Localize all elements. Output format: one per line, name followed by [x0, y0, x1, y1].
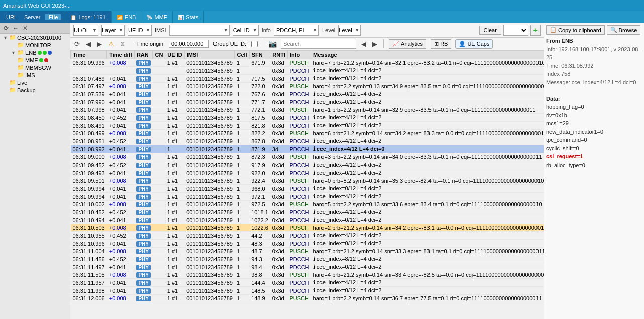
- uldl-filter[interactable]: UL/DLULDL ▼: [73, 25, 98, 36]
- browse-button[interactable]: 🔍 Browse: [607, 25, 641, 35]
- sidebar-row-cbc[interactable]: ▼📁CBC-2023010100: [2, 34, 70, 41]
- sidebar-row-ims[interactable]: 📁IMS: [10, 71, 70, 79]
- table-row[interactable]: 06:31:09.994+0.041PHY1 #1001010123456789…: [71, 185, 544, 193]
- back-button[interactable]: ◀: [85, 40, 92, 48]
- sidebar-row-live[interactable]: 📁Live: [2, 79, 70, 86]
- table-row[interactable]: 06:31:11.957+0.041PHY1 #1001010123456789…: [71, 279, 544, 287]
- table-row[interactable]: 06:31:07.497+0.008PHY1 #1001010123456789…: [71, 83, 544, 90]
- cell-cn: [153, 67, 165, 75]
- table-row[interactable]: 06:31:07.998+0.041PHY1 #1001010123456789…: [71, 106, 544, 114]
- cellid-filter[interactable]: Cell ID ▼: [233, 25, 259, 36]
- tab-mme[interactable]: 📡MME: [141, 11, 173, 23]
- refresh-button[interactable]: ⟳: [73, 40, 81, 48]
- cell-cn: [153, 137, 165, 145]
- sidebar-item-backup[interactable]: 📁Backup: [0, 86, 70, 94]
- sidebar-close-btn[interactable]: ✕: [21, 24, 29, 32]
- table-row[interactable]: 06:31:10.494+0.041PHY1 #1001010123456789…: [71, 216, 544, 224]
- data-field-1: riv=0x1b: [546, 111, 642, 120]
- search-next-button[interactable]: ▶: [371, 40, 378, 48]
- tab-logs[interactable]: 📋Logs: 1191: [65, 11, 111, 23]
- clear-button[interactable]: Clear: [479, 26, 501, 35]
- sidebar-item-ims[interactable]: 📁IMS: [8, 71, 70, 79]
- sidebar-row-mbmsgw[interactable]: 📁MBMSGW: [10, 64, 70, 71]
- sidebar-label-live: Live: [17, 80, 27, 86]
- table-row[interactable]: 06:31:09.994+0.041PHY1 #1001010123456789…: [71, 193, 544, 201]
- ueid-filter[interactable]: UE ID ▼: [128, 25, 152, 36]
- table-row[interactable]: 06:31:11.004+0.008PHY1 #1001010123456789…: [71, 248, 544, 255]
- table-row[interactable]: 06:31:08.450+0.452PHY1 #1001010123456789…: [71, 114, 544, 122]
- table-row[interactable]: 06:31:08.499+0.008PHY1 #1001010123456789…: [71, 130, 544, 137]
- server-button[interactable]: Server: [22, 14, 42, 20]
- sidebar-row-enb[interactable]: ▼📁ENB: [10, 49, 70, 56]
- table-row[interactable]: 06:31:08.951+0.452PHY1 #1001010123456789…: [71, 137, 544, 145]
- table-row[interactable]: 06:31:07.539+0.041PHY1 #1001010123456789…: [71, 90, 544, 98]
- status-dot-mme-1: [44, 58, 48, 62]
- table-row[interactable]: 06:31:07.489+0.041PHY1 #1001010123456789…: [71, 75, 544, 83]
- expand-arrow-enb: ▼: [11, 50, 16, 55]
- table-row[interactable]: 06:31:11.998+0.041PHY1 #1001010123456789…: [71, 287, 544, 295]
- table-row[interactable]: 06:31:09.501+0.008PHY1 #1001010123456789…: [71, 177, 544, 185]
- cell-ueid: 1 #1: [165, 248, 184, 255]
- forward-button[interactable]: ▶: [96, 40, 103, 48]
- sidebar-item-live[interactable]: 📁Live: [0, 79, 70, 86]
- info-filter[interactable]: ▼: [274, 25, 319, 36]
- tab-enb[interactable]: 📶ENB: [112, 11, 142, 23]
- imsi-input[interactable]: [169, 25, 230, 36]
- table-row[interactable]: 06:31:09.996+0.008PHY1 #1001010123456789…: [71, 59, 544, 67]
- sidebar-row-backup[interactable]: 📁Backup: [2, 86, 70, 94]
- table-row[interactable]: 06:31:10.503+0.008PHY1 #1001010123456789…: [71, 224, 544, 232]
- table-row[interactable]: 06:31:11.456+0.452PHY1 #1001010123456789…: [71, 255, 544, 263]
- table-row[interactable]: 06:31:08.992+0.041PHY1001010123456789187…: [71, 145, 544, 153]
- table-row[interactable]: 06:31:08.491+0.041PHY1 #1001010123456789…: [71, 122, 544, 130]
- layer-filter[interactable]: Layer ▼: [101, 25, 125, 36]
- sidebar-refresh-btn[interactable]: ⟳: [2, 24, 10, 32]
- ueid-select[interactable]: UE ID: [128, 25, 152, 36]
- info-input[interactable]: [274, 25, 319, 36]
- sidebar-label-enb: ENB: [25, 50, 37, 56]
- search-input[interactable]: [281, 39, 356, 49]
- ue-caps-button[interactable]: 👤 UE Caps: [455, 39, 493, 49]
- table-row[interactable]: 06:31:10.955+0.452PHY1 #1001010123456789…: [71, 232, 544, 240]
- warning-button[interactable]: ⚠: [107, 40, 115, 48]
- table-row[interactable]: 06:31:09.452+0.452PHY1 #1001010123456789…: [71, 161, 544, 169]
- tab-stats[interactable]: 📊Stats: [173, 11, 204, 23]
- rb-button[interactable]: ⊞ RB: [431, 39, 451, 49]
- sidebar-row-mme[interactable]: 📁MME: [10, 56, 70, 64]
- sidebar-item-enb[interactable]: ▼📁ENB: [8, 49, 70, 56]
- table-row[interactable]: 06:31:10.452+0.452PHY1 #1001010123456789…: [71, 208, 544, 216]
- add-filter-button[interactable]: +: [530, 25, 541, 36]
- cell-cell: 1: [235, 279, 249, 287]
- search-prev-button[interactable]: ◀: [360, 40, 367, 48]
- url-button[interactable]: URL: [4, 14, 19, 20]
- sidebar-row-monitor[interactable]: 📁MONITOR: [10, 41, 70, 49]
- table-row[interactable]: 06:31:09.493+0.041PHY1 #1001010123456789…: [71, 169, 544, 177]
- table-row[interactable]: 06:31:10.002+0.008PHY1 #1001010123456789…: [71, 201, 544, 208]
- sidebar-item-mme[interactable]: 📁MME: [8, 56, 70, 64]
- cell-time: 06:31:09.452: [71, 161, 107, 169]
- sidebar-item-monitor[interactable]: 📁MONITOR: [8, 41, 70, 49]
- imsi-filter[interactable]: ▼: [169, 25, 230, 36]
- sidebar-children-cbc: 📁MONITOR▼📁ENB 📁MME 📁MBMSGW 📁IMS: [2, 41, 70, 79]
- cell-cell: 1: [235, 216, 249, 224]
- copy-to-clipboard-button[interactable]: 📋 Copy to clipboard: [546, 25, 605, 35]
- table-row[interactable]: 06:31:10.996+0.041PHY1 #1001010123456789…: [71, 240, 544, 248]
- table-row[interactable]: 06:31:09.000+0.008PHY1 #1001010123456789…: [71, 153, 544, 161]
- analytics-button[interactable]: 📈 Analytics: [389, 39, 426, 49]
- level-filter[interactable]: Level ▼: [338, 25, 361, 36]
- table-row[interactable]: 06:31:07.990+0.041PHY1 #1001010123456789…: [71, 98, 544, 106]
- layer-select[interactable]: Layer: [101, 25, 125, 36]
- sidebar-item-mbmsgw[interactable]: 📁MBMSGW: [8, 64, 70, 71]
- table-row[interactable]: 06:31:11.505+0.008PHY1 #1001010123456789…: [71, 271, 544, 279]
- file-button[interactable]: File: [45, 14, 61, 20]
- table-row[interactable]: 06:31:12.006+0.008PHY1 #1001010123456789…: [71, 295, 544, 302]
- cellid-select[interactable]: Cell ID: [233, 25, 259, 36]
- uldl-select[interactable]: UL/DLULDL: [73, 25, 98, 36]
- sidebar-item-cbc[interactable]: ▼📁CBC-2023010100 📁MONITOR▼📁ENB 📁MME 📁MBM…: [0, 34, 70, 79]
- table-row[interactable]: PHY00101012345678910x3dPDCCHℹ cce_index=…: [71, 67, 544, 75]
- group-ue-checkbox[interactable]: [251, 41, 258, 47]
- level-select[interactable]: Level: [338, 25, 361, 36]
- filter-button[interactable]: ⧖: [119, 39, 126, 48]
- sidebar-back-btn[interactable]: ←: [11, 24, 20, 32]
- filter-preset-select[interactable]: [503, 25, 528, 36]
- table-row[interactable]: 06:31:11.497+0.041PHY1 #1001010123456789…: [71, 263, 544, 271]
